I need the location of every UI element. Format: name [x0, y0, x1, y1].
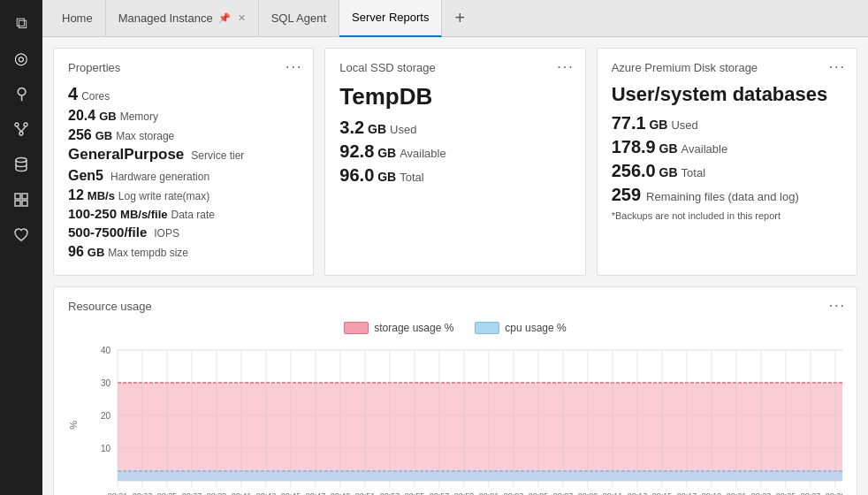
legend-cpu-color [475, 322, 499, 334]
y-axis-label-container: % [68, 341, 79, 495]
search-icon[interactable]: ⚲ [5, 78, 37, 110]
svg-point-2 [19, 132, 23, 135]
svg-point-5 [16, 158, 27, 163]
prop-service-tier: GeneralPurpose Service tier [68, 146, 299, 164]
azure-disk-menu[interactable]: ··· [829, 59, 846, 75]
azure-disk-title: Azure Premium Disk storage [612, 61, 842, 74]
svg-text:09:27: 09:27 [801, 491, 821, 495]
svg-rect-6 [15, 194, 20, 199]
svg-text:08:33: 08:33 [133, 491, 153, 495]
properties-menu[interactable]: ··· [286, 59, 302, 75]
grid-icon[interactable] [5, 184, 37, 216]
content-area: Properties ··· 4 Cores 20.4 GB Memory 25… [42, 37, 868, 495]
tab-managed-instance[interactable]: Managed Instance 📌 ✕ [106, 0, 259, 37]
tab-home[interactable]: Home [49, 0, 106, 37]
svg-text:08:47: 08:47 [306, 491, 326, 495]
copy-icon[interactable]: ⧉ [5, 7, 37, 39]
resource-usage-title: Resource usage [68, 300, 842, 313]
svg-text:30: 30 [101, 378, 111, 388]
prop-max-storage: 256 GB Max storage [68, 126, 299, 143]
prop-data-rate: 100-250 MB/s/file Data rate [68, 206, 299, 222]
local-ssd-card: Local SSD storage ··· TempDB 3.2 GB Used… [324, 48, 585, 276]
azure-disk-card: Azure Premium Disk storage ··· User/syst… [597, 48, 857, 276]
ssd-used: 3.2 GB Used [339, 118, 570, 138]
svg-text:09:29: 09:29 [826, 491, 842, 495]
resource-usage-menu[interactable]: ··· [829, 298, 846, 314]
svg-rect-7 [22, 194, 27, 199]
svg-text:40: 40 [101, 346, 111, 355]
branch-icon[interactable] [5, 113, 37, 145]
svg-text:09:17: 09:17 [677, 491, 697, 495]
disk-available: 178.9 GB Available [612, 137, 842, 157]
svg-text:09:01: 09:01 [479, 491, 499, 495]
pin-icon: 📌 [218, 12, 231, 24]
add-tab-button[interactable]: + [449, 8, 470, 28]
svg-text:09:23: 09:23 [751, 491, 772, 495]
svg-text:09:11: 09:11 [603, 491, 623, 495]
svg-point-0 [15, 123, 19, 126]
svg-text:08:53: 08:53 [380, 491, 400, 495]
disk-used: 77.1 GB Used [612, 113, 842, 133]
svg-text:09:03: 09:03 [504, 491, 524, 495]
resource-chart-svg: 40 30 20 10 [82, 341, 842, 495]
heart-icon[interactable] [5, 219, 37, 251]
legend-storage-color [344, 322, 369, 334]
svg-text:08:37: 08:37 [182, 491, 202, 495]
legend-cpu: cpu usage % [475, 322, 566, 334]
svg-text:09:19: 09:19 [702, 491, 722, 495]
prop-max-tempdb: 96 GB Max tempdb size [68, 243, 299, 260]
prop-hardware-gen: Gen5 Hardware generation [68, 167, 299, 184]
tab-server-reports[interactable]: Server Reports [339, 0, 442, 37]
prop-memory: 20.4 GB Memory [68, 107, 299, 124]
ssd-total: 96.0 GB Total [339, 165, 570, 186]
svg-text:09:07: 09:07 [553, 491, 574, 495]
disk-note: *Backups are not included in this report [612, 210, 842, 221]
dashboard-icon[interactable]: ◎ [5, 42, 37, 74]
close-icon[interactable]: ✕ [238, 12, 246, 24]
svg-rect-8 [15, 201, 20, 206]
svg-text:08:31: 08:31 [108, 491, 128, 495]
storage-fill [118, 383, 842, 481]
svg-text:08:51: 08:51 [355, 491, 376, 495]
svg-text:09:09: 09:09 [578, 491, 598, 495]
properties-title: Properties [68, 61, 299, 74]
disk-total: 256.0 GB Total [612, 161, 842, 181]
svg-text:08:55: 08:55 [405, 491, 425, 495]
svg-line-4 [21, 126, 26, 132]
resource-usage-card: Resource usage ··· storage usage % cpu u… [53, 286, 857, 495]
svg-point-1 [24, 123, 27, 126]
svg-text:09:25: 09:25 [776, 491, 796, 495]
svg-text:09:21: 09:21 [727, 491, 747, 495]
svg-text:08:49: 08:49 [331, 491, 351, 495]
local-ssd-heading: TempDB [339, 83, 570, 110]
disk-remaining: 259 Remaining files (data and log) [612, 185, 842, 205]
svg-text:20: 20 [101, 411, 111, 421]
chart-svg-container: 40 30 20 10 [82, 341, 842, 495]
svg-text:10: 10 [101, 444, 111, 453]
svg-text:08:35: 08:35 [157, 491, 178, 495]
tab-bar: Home Managed Instance 📌 ✕ SQL Agent Serv… [42, 0, 868, 37]
cpu-fill [118, 471, 842, 481]
prop-cores: 4 Cores [68, 83, 299, 104]
main-area: Home Managed Instance 📌 ✕ SQL Agent Serv… [42, 0, 868, 495]
svg-text:09:05: 09:05 [529, 491, 549, 495]
svg-text:08:59: 08:59 [454, 491, 475, 495]
svg-text:08:45: 08:45 [281, 491, 301, 495]
properties-card: Properties ··· 4 Cores 20.4 GB Memory 25… [53, 48, 314, 276]
local-ssd-menu[interactable]: ··· [557, 59, 574, 75]
chart-legend: storage usage % cpu usage % [68, 322, 842, 334]
database-icon[interactable] [5, 148, 37, 180]
sidebar: ⧉ ◎ ⚲ [0, 0, 42, 495]
tab-sql-agent[interactable]: SQL Agent [259, 0, 339, 37]
chart-container: % 40 30 20 10 [68, 341, 842, 495]
prop-iops: 500-7500/file IOPS [68, 225, 299, 240]
local-ssd-title: Local SSD storage [339, 61, 570, 74]
svg-text:08:41: 08:41 [232, 491, 252, 495]
svg-text:09:15: 09:15 [652, 491, 673, 495]
prop-log-write: 12 MB/s Log write rate(max) [68, 187, 299, 203]
legend-storage: storage usage % [344, 322, 453, 334]
svg-rect-9 [22, 201, 27, 206]
svg-text:08:39: 08:39 [207, 491, 227, 495]
azure-disk-heading: User/system databases [612, 83, 842, 106]
y-axis-label: % [68, 421, 79, 430]
